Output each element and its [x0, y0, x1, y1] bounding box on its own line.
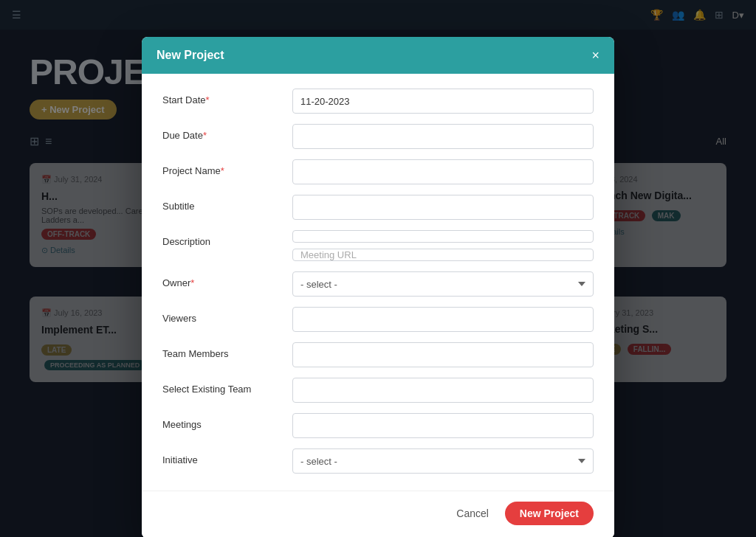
initiative-label: Initiative [162, 448, 281, 465]
owner-row: Owner* - select - [162, 271, 594, 297]
viewers-row: Viewers [162, 307, 594, 332]
viewers-input[interactable] [292, 307, 594, 332]
description-group [292, 230, 594, 261]
subtitle-label: Subtitle [162, 195, 281, 212]
meetings-row: Meetings [162, 413, 594, 438]
required-star: * [206, 94, 210, 105]
subtitle-row: Subtitle [162, 195, 594, 220]
modal-title: New Project [157, 49, 224, 62]
subtitle-input[interactable] [292, 195, 594, 220]
cancel-button[interactable]: Cancel [447, 502, 498, 525]
owner-select[interactable]: - select - [292, 271, 594, 297]
due-date-input[interactable] [292, 124, 594, 149]
new-project-modal: New Project × Start Date* Due Date* [142, 37, 614, 537]
due-date-label: Due Date* [162, 124, 281, 141]
modal-header: New Project × [142, 37, 614, 74]
initiative-select[interactable]: - select - [292, 448, 594, 474]
project-name-row: Project Name* [162, 159, 594, 184]
submit-button[interactable]: New Project [505, 502, 594, 525]
meetings-input[interactable] [292, 413, 594, 438]
description-label: Description [162, 230, 281, 247]
initiative-row: Initiative - select - [162, 448, 594, 474]
select-existing-team-row: Select Existing Team [162, 378, 594, 403]
select-existing-team-label: Select Existing Team [162, 378, 281, 395]
description-input[interactable] [292, 230, 594, 243]
required-star-2: * [203, 130, 207, 141]
team-members-input[interactable] [292, 342, 594, 367]
owner-label: Owner* [162, 271, 281, 288]
description-row: Description [162, 230, 594, 261]
start-date-row: Start Date* [162, 89, 594, 114]
project-name-input[interactable] [292, 159, 594, 184]
modal-body: Start Date* Due Date* Project Name* [142, 74, 614, 491]
project-name-label: Project Name* [162, 159, 281, 176]
team-members-row: Team Members [162, 342, 594, 367]
team-members-label: Team Members [162, 342, 281, 359]
start-date-input[interactable] [292, 89, 594, 114]
start-date-label: Start Date* [162, 89, 281, 105]
viewers-label: Viewers [162, 307, 281, 324]
required-star-4: * [190, 277, 194, 288]
modal-footer: Cancel New Project [142, 491, 614, 537]
due-date-row: Due Date* [162, 124, 594, 149]
modal-close-button[interactable]: × [591, 49, 599, 62]
modal-overlay: New Project × Start Date* Due Date* [0, 0, 756, 537]
select-existing-team-input[interactable] [292, 378, 594, 403]
meeting-url-input[interactable] [292, 249, 594, 261]
required-star-3: * [221, 165, 224, 176]
meetings-label: Meetings [162, 413, 281, 430]
